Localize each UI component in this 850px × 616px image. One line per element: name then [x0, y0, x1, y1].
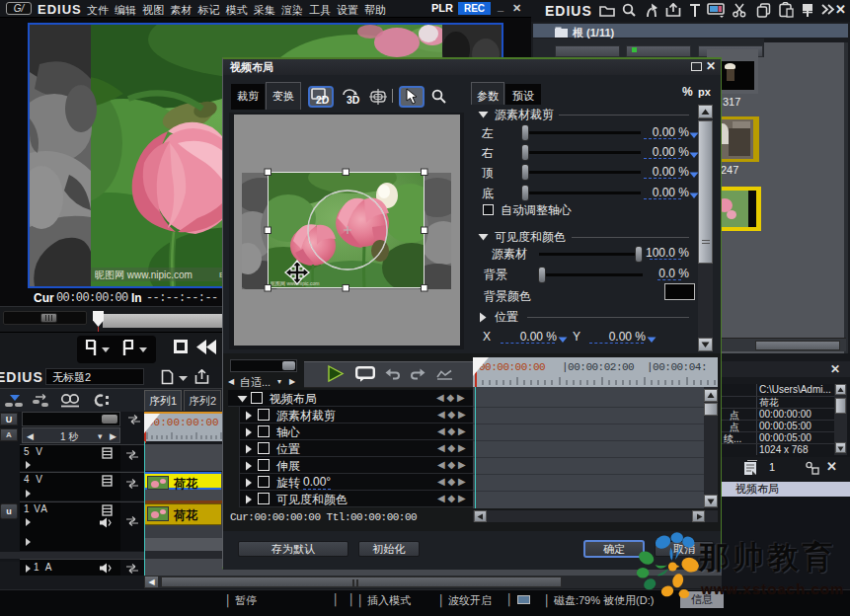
svg-text:3D: 3D — [347, 94, 360, 106]
svg-text:昵图网 www.nipic.com: 昵图网 www.nipic.com — [95, 270, 193, 280]
svg-text:2D: 2D — [316, 94, 330, 106]
